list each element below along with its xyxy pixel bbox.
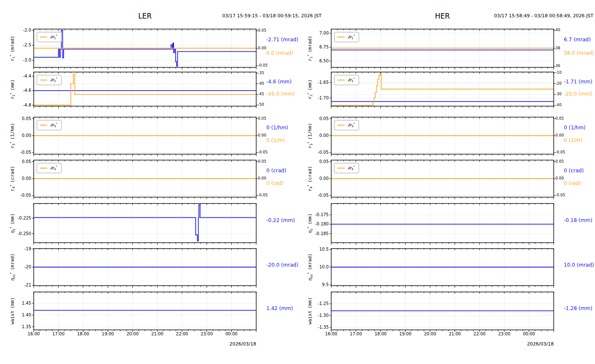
y-tick-label: -50 (258, 103, 264, 107)
y-tick-label: -0.05 (298, 193, 329, 198)
label-base: waist (10, 310, 16, 324)
label-base: η (308, 278, 313, 281)
label-superscript: * (9, 142, 13, 144)
y-axis-label-unit: (mrad) (308, 35, 313, 52)
plot-canvas-r3 (331, 117, 554, 154)
label-superscript: * (354, 34, 355, 37)
y-tick-label: -4.8 (0, 103, 31, 107)
y-axis-label-symbol: ηpy* (308, 272, 313, 281)
readout-value: 0 (rad) (266, 180, 284, 186)
panel-waist: -1.25-1.30-1.35waist(mm)-1.28 (mm) (298, 292, 595, 330)
legend-label: ∂r2* (348, 77, 355, 83)
readout-value: 0 (1/hm) (564, 125, 586, 131)
panel-eta-py: 10.510.09.5ηpy*(mrad)10.0 (mrad) (298, 249, 595, 286)
plot-canvas-eta-py (34, 249, 256, 286)
plot-canvas-eta-y (34, 203, 256, 243)
label-subscript: 4 (12, 187, 16, 189)
y-tick-label: -40 (555, 103, 562, 107)
label-base: r (308, 189, 313, 192)
label-subscript: 2 (310, 94, 314, 96)
legend-line-swatch (40, 168, 47, 169)
label-subscript: 3 (310, 144, 314, 146)
y-axis-label-unit: (mrad) (10, 35, 16, 52)
y-tick-label: -35 (258, 71, 264, 75)
legend-line-swatch (40, 80, 47, 80)
legend-line-swatch (338, 80, 345, 80)
x-tick-label: 22:00 (474, 332, 486, 336)
y-tick-label: -10 (555, 71, 562, 75)
readout-value: -0.18 (mm) (564, 217, 592, 223)
y-tick-label: 0.05 (258, 160, 266, 164)
y-tick-label: -0.05 (555, 150, 565, 155)
y-axis-label: r1*(mrad) (307, 35, 313, 61)
x-tick-label: 20:00 (424, 332, 436, 336)
y-tick-label: 0.05 (298, 116, 329, 121)
x-tick-label: 17:00 (350, 332, 362, 336)
y-tick-label: 1.35 (0, 324, 31, 329)
panel-r3: 0.050.00-0.050.050.00-0.05r3*(1/hm)∂r3*0… (298, 117, 595, 154)
y-axis-label-symbol: ηpy* (10, 272, 16, 281)
y-tick-label: 0.00 (258, 177, 266, 181)
panel-r1: 7.006.756.50403836r1*(mrad)∂r1*6.7 (mrad… (298, 29, 595, 67)
y-tick-label: -30 (555, 92, 562, 96)
panel-r4: 0.050.00-0.050.050.00-0.05r4*(crad)∂r4*0… (0, 160, 298, 197)
y-tick-label: -0.05 (258, 64, 268, 68)
y-tick-label: 10.5 (298, 247, 329, 252)
plot-canvas-waist (331, 292, 554, 330)
label-subscript: 1 (310, 56, 314, 59)
y-tick-label: 0.00 (555, 177, 564, 181)
label-subscript: 4 (310, 187, 314, 189)
panel-eta-y: -0.225-0.250ηy*(mm)-0.22 (mm) (0, 203, 298, 243)
x-tick-label: 16:00 (325, 332, 338, 336)
label-subscript: 1 (12, 56, 16, 59)
y-tick-label: 0.00 (258, 46, 266, 51)
readout-value: 0 (rad) (564, 180, 581, 186)
y-axis-label-unit: (crad) (10, 166, 16, 183)
ler-figure: LER03/17 15:59:15 - 03/18 00:59:15, 2026… (0, 0, 298, 364)
label-base: r (10, 58, 16, 61)
label-base: ∂r (348, 166, 351, 170)
y-tick-label: 7.00 (298, 31, 329, 35)
optics-monitor-canvas: LER03/17 15:59:15 - 03/18 00:59:15, 2026… (0, 0, 595, 364)
label-base: η (308, 230, 313, 233)
readout-value: 0 (crad) (266, 168, 286, 174)
label-superscript: * (307, 272, 311, 274)
legend-label: ∂r3* (348, 122, 355, 128)
plot-canvas-eta-py (331, 249, 554, 286)
legend: ∂r4* (334, 163, 359, 173)
label-base: r (308, 96, 313, 99)
panel-eta-y: -0.175-0.180-0.185ηy*(mm)-0.18 (mm) (298, 203, 595, 243)
plot-canvas-r3 (34, 117, 256, 154)
x-tick-label: 17:00 (52, 332, 64, 336)
y-axis-label: r4*(crad) (307, 166, 313, 191)
label-superscript: * (307, 142, 311, 144)
panel-r1: -2.0-2.5-3.00.050.00-0.05r1*(mrad)∂r1*-2… (0, 29, 298, 67)
y-tick-label: 0.05 (0, 116, 31, 121)
label-base: r (308, 58, 313, 61)
label-superscript: * (307, 54, 311, 56)
y-axis-label-unit: (mm) (308, 213, 313, 225)
label-base: r (10, 96, 16, 99)
y-axis-label-symbol: r1* (10, 54, 16, 61)
y-tick-label: -40 (258, 82, 264, 86)
readout-value: -0.22 (mm) (266, 217, 295, 223)
y-axis-label: r4*(crad) (9, 166, 16, 191)
readout-value: 0 (1/m) (266, 137, 285, 143)
label-base: r (308, 146, 313, 149)
y-axis-label-symbol: r1* (308, 54, 313, 61)
y-axis-label-unit: (mm) (10, 79, 16, 91)
y-axis-label-symbol: r4* (308, 185, 313, 192)
x-tick-label: 21:00 (151, 332, 163, 336)
y-tick-label: -0.05 (0, 193, 31, 198)
y-axis-label-symbol: r2* (10, 92, 16, 99)
label-base: ∂r (348, 35, 351, 39)
y-tick-label: 0.00 (258, 134, 266, 138)
date-label: 2026/03/18 (230, 341, 256, 347)
legend-label: ∂r1* (50, 34, 57, 40)
y-tick-label: 9.5 (298, 282, 329, 287)
y-axis-label-symbol: waist (308, 310, 313, 324)
y-axis-label-symbol: r4* (10, 185, 16, 192)
legend-label: ∂r3* (50, 122, 57, 128)
legend-line-swatch (40, 37, 47, 37)
label-subscript: py (12, 274, 16, 278)
